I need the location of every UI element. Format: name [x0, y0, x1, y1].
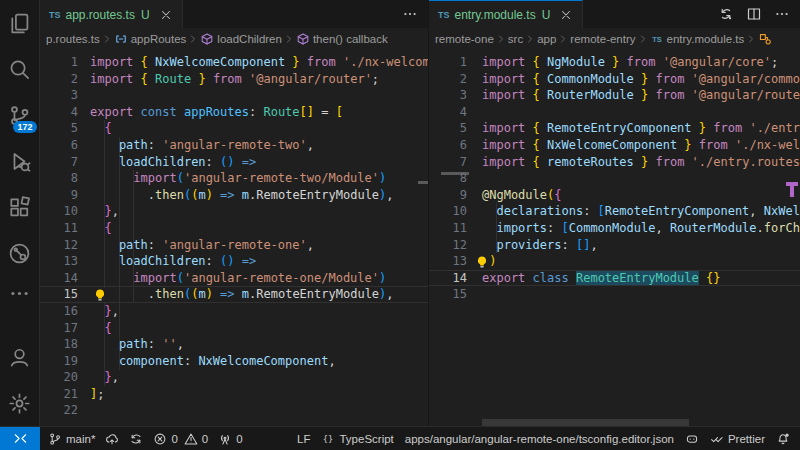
code-line[interactable]: 19 component: NxWelcomeComponent,	[40, 353, 428, 370]
code-line[interactable]: 11 imports: [CommonModule, RouterModule.…	[429, 220, 800, 237]
line-number[interactable]: 1	[40, 54, 78, 71]
line-number[interactable]: 14	[429, 270, 467, 287]
breadcrumb-item[interactable]: loadChildren	[200, 32, 282, 46]
line-number[interactable]: 10	[40, 203, 78, 220]
line-number[interactable]: 4	[429, 104, 467, 121]
code-line[interactable]: 17 {	[40, 320, 428, 337]
line-number[interactable]: 15	[429, 286, 467, 303]
line-number[interactable]: 9	[429, 187, 467, 204]
split-editor-icon[interactable]	[746, 6, 762, 22]
line-number[interactable]: 6	[40, 137, 78, 154]
line-number[interactable]: 7	[40, 154, 78, 171]
code-line[interactable]: 3import { RouterModule } from '@angular/…	[429, 87, 800, 104]
code-line[interactable]: 15	[429, 286, 800, 303]
status-item-main-[interactable]: main*	[48, 432, 95, 446]
breadcrumb-item[interactable]: remote-entry	[570, 33, 635, 45]
remote-indicator[interactable]	[0, 427, 40, 450]
code-line[interactable]: 9@NgModule({	[429, 187, 800, 204]
code-line[interactable]: 15 .then((m) => m.RemoteEntryModule),	[40, 286, 428, 303]
status-item-prettier[interactable]: Prettier	[710, 432, 765, 446]
code-line[interactable]: 13})	[429, 253, 800, 270]
open-changes-icon[interactable]	[718, 6, 734, 22]
code-line[interactable]: 1import { NgModule } from '@angular/core…	[429, 54, 800, 71]
breadcrumb-item[interactable]: appRoutes	[114, 32, 187, 46]
breadcrumb-item[interactable]	[758, 32, 772, 46]
breadcrumb-item[interactable]: src	[508, 33, 523, 45]
line-number[interactable]: 22	[40, 402, 78, 419]
line-number[interactable]: 5	[429, 120, 467, 137]
code-line[interactable]: 14 import('angular-remote-one/Module')	[40, 270, 428, 287]
code-line[interactable]: 12 providers: [],	[429, 237, 800, 254]
code-line[interactable]: 13 loadChildren: () =>	[40, 253, 428, 270]
breadcrumb-item[interactable]: then() callback	[296, 32, 388, 46]
lightbulb-icon[interactable]	[93, 288, 107, 302]
breadcrumb-item[interactable]: app	[537, 33, 556, 45]
line-number[interactable]: 19	[40, 353, 78, 370]
code-line[interactable]: 20 },	[40, 369, 428, 386]
line-number[interactable]: 8	[40, 170, 78, 187]
line-number[interactable]: 17	[40, 320, 78, 337]
code-line[interactable]: 12 path: 'angular-remote-one',	[40, 237, 428, 254]
extensions-activity-button[interactable]	[0, 184, 40, 230]
line-number[interactable]: 13	[429, 253, 467, 270]
code-line[interactable]: 8	[429, 170, 800, 187]
settings-gear-button[interactable]	[0, 380, 40, 426]
code-editor-app-routes[interactable]: 1import { NxWelcomeComponent } from './n…	[40, 50, 428, 426]
more-actions-icon[interactable]	[774, 6, 790, 22]
line-number[interactable]: 11	[429, 220, 467, 237]
line-number[interactable]: 2	[429, 71, 467, 88]
line-number[interactable]: 9	[40, 187, 78, 204]
code-line[interactable]: 9 .then((m) => m.RemoteEntryModule),	[40, 187, 428, 204]
code-line[interactable]: 5 {	[40, 120, 428, 137]
account-button[interactable]	[0, 334, 40, 380]
line-number[interactable]: 5	[40, 120, 78, 137]
status-item-apps-angular-angular-rem[interactable]: apps/angular/angular-remote-one/tsconfig…	[405, 433, 674, 445]
explorer-activity-button[interactable]	[0, 0, 40, 46]
line-number[interactable]: 4	[40, 104, 78, 121]
status-item[interactable]	[776, 432, 790, 446]
status-item[interactable]	[129, 432, 143, 446]
code-line[interactable]: 3	[40, 87, 428, 104]
breadcrumb-item[interactable]: TSentry.module.ts	[650, 32, 745, 46]
line-number[interactable]: 10	[429, 203, 467, 220]
status-item-0[interactable]: 0	[153, 432, 177, 446]
code-line[interactable]: 7 loadChildren: () =>	[40, 154, 428, 171]
status-item[interactable]	[685, 432, 699, 446]
code-line[interactable]: 14export class RemoteEntryModule {}	[429, 270, 800, 287]
close-icon[interactable]	[559, 8, 573, 22]
status-item-0[interactable]: 0	[184, 432, 208, 446]
line-number[interactable]: 6	[429, 137, 467, 154]
code-line[interactable]: 2import { CommonModule } from '@angular/…	[429, 71, 800, 88]
code-line[interactable]: 22	[40, 402, 428, 419]
breadcrumb-item[interactable]: remote-one	[435, 33, 494, 45]
line-number[interactable]: 14	[40, 270, 78, 287]
code-editor-entry-module[interactable]: 1import { NgModule } from '@angular/core…	[429, 50, 800, 426]
line-number[interactable]: 7	[429, 154, 467, 171]
line-number[interactable]: 11	[40, 220, 78, 237]
code-line[interactable]: 8 import('angular-remote-two/Module')	[40, 170, 428, 187]
code-line[interactable]: 6 path: 'angular-remote-two',	[40, 137, 428, 154]
status-item-0[interactable]: 0	[218, 432, 242, 446]
horizontal-scrollbar[interactable]	[482, 419, 689, 426]
line-number[interactable]: 8	[429, 170, 467, 187]
more-actions-icon[interactable]	[402, 6, 418, 22]
code-line[interactable]: 10 declarations: [RemoteEntryComponent, …	[429, 203, 800, 220]
breadcrumb-item[interactable]: p.routes.ts	[46, 33, 100, 45]
line-number[interactable]: 20	[40, 369, 78, 386]
nx-console-activity-button[interactable]	[0, 230, 40, 276]
source-control-activity-button[interactable]: 172	[0, 92, 40, 138]
line-number[interactable]: 21	[40, 386, 78, 403]
line-number[interactable]: 15	[40, 286, 78, 303]
line-number[interactable]: 3	[429, 87, 467, 104]
line-number[interactable]: 16	[40, 303, 78, 320]
line-number[interactable]: 12	[40, 237, 78, 254]
line-number[interactable]: 12	[429, 237, 467, 254]
code-line[interactable]: 18 path: '',	[40, 336, 428, 353]
code-line[interactable]: 2import { Route } from '@angular/router'…	[40, 71, 428, 88]
code-line[interactable]: 1import { NxWelcomeComponent } from './n…	[40, 54, 428, 71]
tab-entry-module[interactable]: TS entry.module.ts U	[429, 0, 583, 28]
code-line[interactable]: 5import { RemoteEntryComponent } from '.…	[429, 120, 800, 137]
code-line[interactable]: 4export const appRoutes: Route[] = [	[40, 104, 428, 121]
code-line[interactable]: 7import { remoteRoutes } from './entry.r…	[429, 154, 800, 171]
code-line[interactable]: 21];	[40, 386, 428, 403]
